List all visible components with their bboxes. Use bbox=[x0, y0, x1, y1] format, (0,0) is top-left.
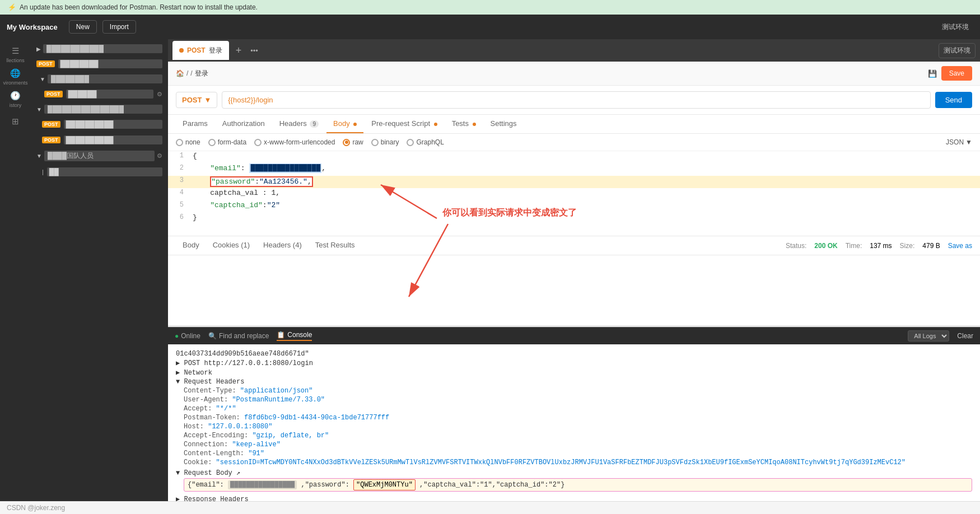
sidebar-group-1[interactable]: ▶ ████████████ bbox=[31, 41, 168, 56]
sidebar-item-4[interactable]: POST ██████████ bbox=[31, 132, 168, 148]
radio-graphql[interactable]: GraphQL bbox=[407, 138, 444, 146]
radio-binary[interactable]: binary bbox=[371, 138, 399, 146]
env-selector[interactable]: 测试环境 bbox=[939, 43, 976, 58]
console-line-ct: Content-Type: "application/json" bbox=[184, 387, 972, 395]
method-select[interactable]: POST ▼ bbox=[176, 92, 217, 108]
console-line-network: ▶ Network bbox=[176, 368, 972, 377]
breadcrumb-separator: / bbox=[190, 69, 192, 77]
more-tabs-button[interactable]: ••• bbox=[248, 46, 260, 55]
method-chevron-icon: ▼ bbox=[204, 96, 211, 104]
history-icon-btn[interactable]: 🕐 istory bbox=[3, 88, 28, 110]
csdn-credit: CSDN @joker.zeng bbox=[7, 504, 65, 512]
tab-method: POST bbox=[187, 46, 206, 54]
lower-section: ● Online 🔍 Find and replace 📋 Console bbox=[168, 325, 980, 501]
resp-tab-headers[interactable]: Headers (4) bbox=[256, 236, 309, 255]
import-button[interactable]: Import bbox=[102, 20, 136, 34]
sidebar-item-3[interactable]: POST ██████████ bbox=[31, 116, 168, 132]
console-line-ua: User-Agent: "PostmanRuntime/7.33.0" bbox=[184, 396, 972, 404]
tab-params[interactable]: Params bbox=[176, 115, 214, 133]
online-status: ● Online bbox=[175, 332, 200, 340]
save-button[interactable]: Save bbox=[941, 66, 972, 81]
tab-tests[interactable]: Tests bbox=[445, 115, 483, 133]
breadcrumb-current: 登录 bbox=[195, 69, 208, 78]
console-line-post: ▶ POST http://127.0.0.1:8080/login bbox=[176, 359, 972, 367]
tab-body[interactable]: Body bbox=[326, 115, 363, 133]
online-dot: ● bbox=[175, 332, 179, 340]
code-editor[interactable]: 1 { 2 "email": ████████████████, 3 "pass… bbox=[168, 151, 980, 236]
url-bar: POST ▼ Send bbox=[168, 86, 980, 115]
radio-urlencoded[interactable]: x-www-form-urlencoded bbox=[254, 138, 335, 146]
tab-name: 登录 bbox=[209, 46, 222, 55]
update-text: An update has been downloaded for Postma… bbox=[20, 3, 258, 11]
body-type-bar: none form-data x-www-form-urlencoded raw bbox=[168, 134, 980, 151]
method-badge: POST bbox=[36, 60, 55, 67]
gear-icon-2[interactable]: ⚙ bbox=[157, 152, 162, 160]
update-banner: ⚡ An update has been downloaded for Post… bbox=[0, 0, 980, 15]
tab-headers[interactable]: Headers 9 bbox=[273, 115, 325, 133]
status-value: 200 OK bbox=[814, 242, 837, 250]
logs-select[interactable]: All Logs bbox=[908, 330, 949, 342]
bottom-bar: CSDN @joker.zeng bbox=[0, 501, 980, 514]
gear-icon[interactable]: ⚙ bbox=[157, 91, 162, 98]
console-icon: 📋 bbox=[277, 331, 285, 339]
tab-authorization[interactable]: Authorization bbox=[216, 115, 272, 133]
console-line-token: Postman-Token: f8fd6bc9-9db1-4434-90ca-1… bbox=[184, 414, 972, 422]
resp-tab-cookies[interactable]: Cookies (1) bbox=[206, 236, 256, 255]
new-button[interactable]: New bbox=[69, 20, 97, 34]
json-chevron-icon: ▼ bbox=[965, 138, 972, 146]
tab-settings[interactable]: Settings bbox=[484, 115, 524, 133]
time-value: 137 ms bbox=[870, 242, 892, 250]
find-replace-label: Find and replace bbox=[219, 332, 269, 340]
sidebar-item-2[interactable]: POST ██████ ⚙ bbox=[31, 86, 168, 102]
sidebar-group-2[interactable]: ▼ ████████ bbox=[31, 72, 168, 86]
status-label: Status: bbox=[786, 242, 806, 250]
sidebar-group-4[interactable]: ▼ ████国队人员 ⚙ bbox=[31, 148, 168, 164]
console-tab-button[interactable]: 📋 Console bbox=[277, 331, 312, 341]
response-panel: Body Cookies (1) Headers (4) Test Result… bbox=[168, 236, 980, 325]
workspace-title: My Workspace bbox=[7, 23, 58, 31]
chevron-icon: ▶ bbox=[36, 46, 41, 52]
console-line-conn: Connection: "keep-alive" bbox=[184, 441, 972, 448]
sidebar-content: ▶ ████████████ POST ████████ ▼ ████████ … bbox=[31, 39, 168, 501]
sidebar: ☰ llections 🌐 vironments 🕐 istory ⊞ bbox=[0, 39, 168, 501]
resp-tab-body[interactable]: Body bbox=[176, 236, 206, 255]
request-tab[interactable]: POST 登录 bbox=[172, 41, 229, 60]
url-input[interactable] bbox=[222, 91, 930, 109]
console-line-req-headers: ▼ Request Headers bbox=[176, 378, 972, 386]
environments-icon-btn[interactable]: 🌐 vironments bbox=[3, 66, 28, 87]
env-label[interactable]: 测试环境 bbox=[942, 22, 969, 32]
response-status: Status: 200 OK Time: 137 ms Size: 479 B … bbox=[786, 242, 972, 250]
radio-none[interactable]: none bbox=[176, 138, 200, 146]
resp-tab-tests[interactable]: Test Results bbox=[309, 236, 362, 255]
tab-status-dot bbox=[179, 48, 184, 53]
radio-form-data[interactable]: form-data bbox=[208, 138, 246, 146]
app-header: My Workspace New Import 测试环境 bbox=[0, 15, 980, 39]
code-line-6: 6 } bbox=[168, 213, 980, 225]
tab-pre-request[interactable]: Pre-request Script bbox=[365, 115, 444, 133]
save-response-button[interactable]: Save as bbox=[948, 242, 972, 250]
content-area: ☰ llections 🌐 vironments 🕐 istory ⊞ bbox=[0, 39, 980, 501]
method-badge-2: POST bbox=[44, 91, 63, 97]
new-tab-button[interactable]: + bbox=[231, 45, 246, 57]
sidebar-item-1[interactable]: POST ████████ bbox=[31, 56, 168, 72]
console-line-cookie: Cookie: "sessionID=MTcwMDY0NTc4NXxOd3dBT… bbox=[184, 459, 972, 466]
find-replace-button[interactable]: 🔍 Find and replace bbox=[208, 332, 269, 340]
radio-raw[interactable]: raw bbox=[343, 138, 363, 146]
method-label: POST bbox=[182, 96, 202, 104]
code-line-3: 3 "password":"Aa123456.", bbox=[168, 176, 980, 188]
tab-bar: POST 登录 + ••• 测试环境 bbox=[168, 39, 980, 62]
sidebar-group-3[interactable]: ▼ ████████████████ bbox=[31, 102, 168, 116]
json-type-select[interactable]: JSON ▼ bbox=[946, 138, 972, 146]
clear-button[interactable]: Clear bbox=[957, 332, 973, 340]
code-line-1: 1 { bbox=[168, 151, 980, 163]
update-icon: ⚡ bbox=[8, 3, 16, 11]
console-toolbar: ● Online 🔍 Find and replace 📋 Console bbox=[168, 327, 980, 344]
sidebar-item-5[interactable]: | ██ bbox=[31, 164, 168, 180]
breadcrumb: 🏠 / / 登录 bbox=[176, 69, 208, 78]
console-line-accept: Accept: "*/*" bbox=[184, 405, 972, 413]
main-panel: POST 登录 + ••• 测试环境 🏠 / / 登录 💾 bbox=[168, 39, 980, 501]
method-badge-3: POST bbox=[42, 121, 60, 128]
collections-icon-btn[interactable]: ☰ llections bbox=[3, 44, 28, 65]
send-button[interactable]: Send bbox=[935, 92, 972, 108]
more-icon-btn[interactable]: ⊞ bbox=[3, 111, 28, 132]
